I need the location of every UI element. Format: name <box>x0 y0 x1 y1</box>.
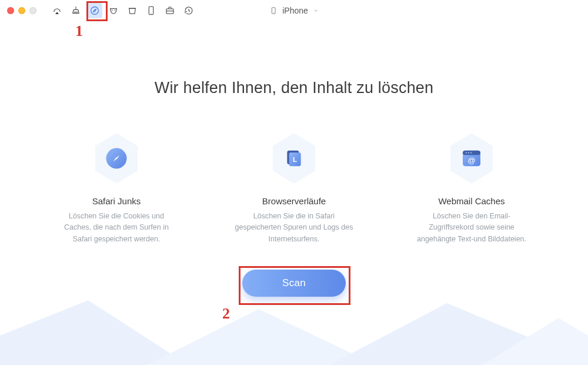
airplay-icon[interactable] <box>49 3 65 18</box>
page-title: Wir helfen Ihnen, den Inhalt zu löschen <box>0 79 588 97</box>
svg-text:L: L <box>293 155 297 163</box>
card-title: Browserverläufe <box>226 196 362 206</box>
at-sign-icon: @ <box>459 146 484 171</box>
mountains-backdrop <box>0 294 588 365</box>
compass-icon <box>104 146 129 171</box>
feature-cards: Safari Junks Löschen Sie die Cookies und… <box>0 131 588 245</box>
card-webmail-caches: @ Webmail Caches Löschen Sie den Email-Z… <box>404 131 539 245</box>
tablet-icon[interactable] <box>143 3 159 18</box>
close-window-button[interactable] <box>7 7 14 14</box>
card-icon-wrap <box>92 131 141 185</box>
svg-marker-23 <box>147 309 376 365</box>
scan-button-wrap: Scan <box>0 270 588 297</box>
card-desc: Löschen Sie die Cookies und Caches, die … <box>49 211 184 245</box>
maximize-window-button[interactable] <box>29 7 36 14</box>
svg-text:@: @ <box>467 156 476 165</box>
card-icon-wrap: @ <box>447 131 496 185</box>
briefcase-icon[interactable] <box>162 3 178 18</box>
card-safari-junks: Safari Junks Löschen Sie die Cookies und… <box>49 131 184 245</box>
phone-icon <box>269 5 278 16</box>
broom-icon[interactable] <box>68 3 83 18</box>
history-icon[interactable] <box>181 3 196 18</box>
minimize-window-button[interactable] <box>18 7 25 14</box>
svg-point-2 <box>115 10 116 11</box>
annotation-label-2: 2 <box>222 305 230 323</box>
svg-point-18 <box>466 152 467 153</box>
window-controls <box>7 7 36 14</box>
device-selector-label: iPhone <box>282 6 308 15</box>
svg-marker-25 <box>482 318 588 365</box>
card-desc: Löschen Sie den Email-Zugriffsrekord sow… <box>404 211 539 245</box>
card-browser-history: L Browserverläufe Löschen Sie die in Saf… <box>226 131 362 245</box>
svg-point-7 <box>273 12 274 13</box>
svg-marker-24 <box>329 303 588 365</box>
svg-point-19 <box>468 152 469 153</box>
chevron-down-icon <box>313 8 319 14</box>
svg-point-20 <box>470 152 472 153</box>
card-title: Safari Junks <box>49 196 184 206</box>
titlebar: iPhone <box>0 0 588 21</box>
svg-point-4 <box>151 13 151 14</box>
toolbar <box>49 3 196 18</box>
safari-icon[interactable] <box>87 3 102 18</box>
scan-button[interactable]: Scan <box>242 270 346 297</box>
device-selector[interactable]: iPhone <box>269 5 319 16</box>
card-desc: Löschen Sie die in Safari gespeicherten … <box>226 211 362 245</box>
svg-point-1 <box>112 10 113 11</box>
annotation-label-1: 1 <box>75 22 83 40</box>
document-stack-icon: L <box>282 146 306 171</box>
card-title: Webmail Caches <box>404 196 539 206</box>
card-icon-wrap: L <box>270 131 318 185</box>
trash-icon[interactable] <box>125 3 140 18</box>
svg-point-0 <box>91 7 99 15</box>
mask-icon[interactable] <box>106 3 121 18</box>
svg-marker-22 <box>0 300 188 365</box>
